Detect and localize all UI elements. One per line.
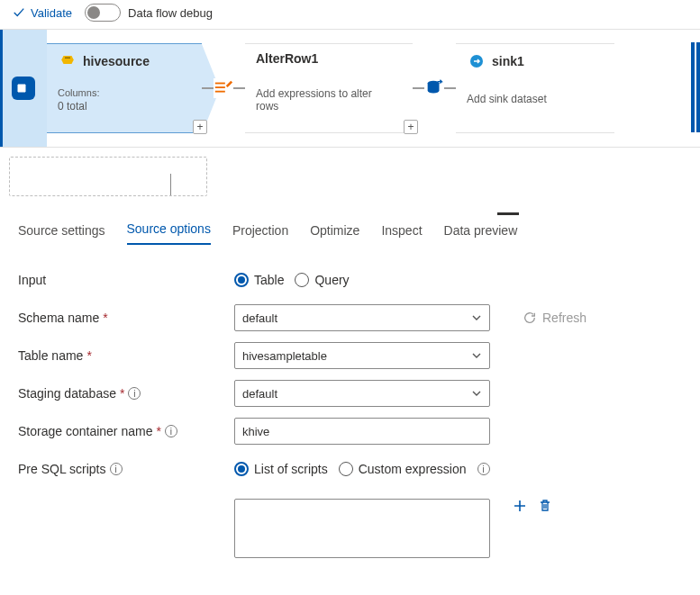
tab-projection[interactable]: Projection [232, 220, 288, 245]
input-radio-query[interactable]: Query [295, 273, 349, 287]
required-marker: * [156, 424, 160, 438]
chevron-down-icon [471, 388, 482, 399]
presql-radio-list[interactable]: List of scripts [234, 462, 328, 476]
schema-select[interactable]: default [234, 304, 490, 331]
flow-node-sink1[interactable]: sink1 Add sink dataset [456, 43, 614, 133]
input-label: Input [18, 273, 46, 287]
radio-label: Table [254, 273, 284, 287]
table-label: Table name [18, 348, 83, 363]
refresh-icon [523, 311, 537, 325]
chevron-down-icon [471, 350, 482, 361]
sink-icon [424, 78, 444, 98]
required-marker: * [103, 311, 107, 325]
table-value: hivesampletable [242, 349, 327, 363]
tab-source-options[interactable]: Source options [127, 218, 211, 245]
flow-end-handle-2 [696, 42, 700, 132]
add-transformation-placeholder[interactable] [9, 157, 207, 196]
tab-source-settings[interactable]: Source settings [18, 220, 105, 245]
radio-label: List of scripts [254, 462, 328, 476]
hive-icon [58, 51, 77, 71]
add-after-source-button[interactable]: + [193, 120, 207, 134]
add-script-button[interactable] [512, 499, 528, 518]
add-after-alter-button[interactable]: + [404, 120, 418, 134]
flow-node-hivesource[interactable]: hivesource Columns: 0 total + [47, 43, 202, 133]
container-value: khive [242, 425, 269, 438]
info-icon[interactable]: i [110, 463, 123, 475]
staging-value: default [242, 387, 277, 401]
node-title: sink1 [492, 54, 524, 68]
text-caret [170, 174, 171, 195]
check-icon [13, 6, 25, 19]
validate-label: Validate [31, 6, 72, 20]
refresh-label: Refresh [542, 311, 586, 325]
node-hint: Add sink dataset [467, 93, 595, 105]
debug-toggle[interactable] [85, 4, 121, 22]
svg-rect-1 [215, 83, 225, 85]
table-select[interactable]: hivesampletable [234, 342, 490, 369]
info-icon[interactable]: i [165, 425, 177, 437]
validate-button[interactable]: Validate [13, 6, 72, 20]
svg-rect-2 [215, 86, 225, 88]
node-title: AlterRow1 [256, 51, 318, 66]
flow-node-alterrow1[interactable]: AlterRow1 Add expressions to alter rows … [245, 43, 413, 133]
chevron-down-icon [471, 312, 482, 323]
node-columns-value: 0 total [58, 100, 182, 113]
tab-optimize[interactable]: Optimize [310, 220, 359, 245]
tab-inspect[interactable]: Inspect [381, 220, 422, 245]
container-input[interactable]: khive [234, 418, 490, 445]
refresh-button[interactable]: Refresh [523, 311, 586, 325]
plus-icon [513, 499, 527, 513]
flow-end-handle[interactable] [691, 42, 695, 132]
container-label: Storage container name [18, 424, 152, 438]
node-title: hivesource [83, 54, 150, 68]
source-type-icon [12, 77, 35, 100]
input-radio-table[interactable]: Table [234, 273, 284, 287]
presql-label: Pre SQL scripts [18, 462, 106, 476]
presql-script-textarea[interactable] [234, 499, 490, 558]
tab-data-preview[interactable]: Data preview [444, 220, 518, 245]
radio-label: Query [314, 273, 349, 287]
node-hint: Add expressions to alter rows [256, 87, 393, 113]
svg-rect-3 [215, 91, 225, 93]
radio-label: Custom expression [359, 462, 467, 476]
required-marker: * [120, 386, 124, 401]
info-icon[interactable]: i [128, 387, 141, 400]
staging-select[interactable]: default [234, 380, 490, 407]
trash-icon [538, 499, 552, 513]
schema-label: Schema name [18, 311, 99, 325]
alter-row-icon [214, 78, 233, 98]
presql-radio-custom[interactable]: Custom expression [339, 462, 467, 476]
connector-2 [413, 43, 456, 133]
debug-label: Data flow debug [128, 6, 213, 20]
delete-script-button[interactable] [537, 499, 553, 518]
node-columns-label: Columns: [58, 87, 182, 98]
sink-dot-icon [467, 51, 486, 71]
info-icon[interactable]: i [477, 463, 490, 475]
flow-start-handle[interactable] [0, 30, 47, 147]
required-marker: * [86, 348, 91, 363]
connector-1 [202, 43, 245, 133]
staging-label: Staging database [18, 386, 116, 401]
schema-value: default [242, 311, 277, 325]
